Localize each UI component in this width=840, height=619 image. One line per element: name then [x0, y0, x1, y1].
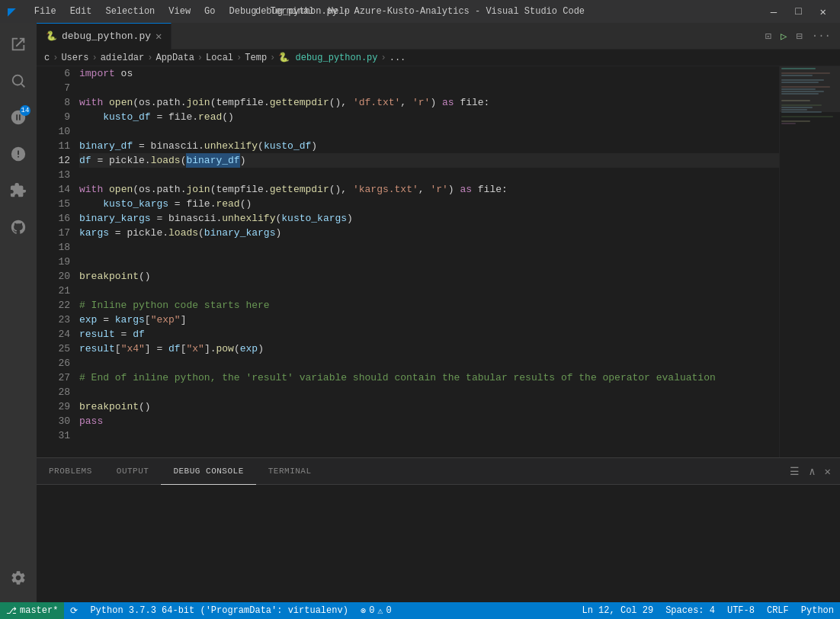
error-icon: ⊗	[361, 605, 366, 617]
code-editor[interactable]: 6 7 8 9 10 11 12 13 14 15 16 17 18 19 20…	[37, 66, 840, 457]
ln-15: 15	[37, 197, 70, 211]
spaces-label: Spaces: 4	[665, 605, 715, 616]
ln-col-label: Ln 12, Col 29	[582, 605, 654, 616]
status-branch[interactable]: ⎇ master*	[0, 602, 64, 619]
breadcrumb-c[interactable]: c	[44, 53, 50, 63]
code-text[interactable]: import os with open(os.path.join(tempfil…	[76, 66, 779, 457]
panel-tab-terminal[interactable]: TERMINAL	[256, 458, 324, 485]
code-line-29: breakpoint()	[79, 399, 779, 414]
editor-tab-debug-python[interactable]: 🐍 debug_python.py ✕	[37, 23, 172, 50]
split-editor-button[interactable]: ⊡	[761, 28, 774, 44]
activity-search-icon[interactable]	[0, 63, 37, 99]
breadcrumb-adieldar[interactable]: adieldar	[101, 53, 145, 63]
status-spaces[interactable]: Spaces: 4	[659, 602, 721, 619]
ln-16: 16	[37, 211, 70, 226]
code-line-10	[79, 124, 779, 139]
menu-go[interactable]: Go	[198, 5, 221, 18]
maximize-button[interactable]: □	[789, 5, 807, 18]
panel-tab-output[interactable]: OUTPUT	[104, 458, 162, 485]
code-line-11: binary_df = binascii.unhexlify(kusto_df)	[79, 139, 779, 153]
tab-actions: ⊡ ▷ ⊟ ···	[761, 28, 840, 44]
run-button[interactable]: ▷	[777, 28, 790, 44]
ln-24: 24	[37, 327, 70, 342]
tab-bar: 🐍 debug_python.py ✕ ⊡ ▷ ⊟ ···	[37, 23, 840, 50]
status-sync[interactable]: ⟳	[64, 602, 84, 619]
status-ln-col[interactable]: Ln 12, Col 29	[576, 602, 660, 619]
status-encoding[interactable]: UTF-8	[721, 602, 761, 619]
breadcrumb: c › Users › adieldar › AppData › Local ›…	[37, 50, 840, 66]
main-layout: 14 🐍 debug_python.py ✕ ⊡ ▷ ⊟	[0, 23, 840, 602]
ln-25: 25	[37, 342, 70, 356]
breadcrumb-local[interactable]: Local	[206, 53, 233, 63]
panel-up-button[interactable]: ∧	[806, 463, 818, 479]
window-title: debug_python.py - Azure-Kusto-Analytics …	[255, 6, 585, 17]
error-count: 0	[369, 605, 374, 616]
activity-extensions-icon[interactable]	[0, 172, 37, 209]
ln-21: 21	[37, 284, 70, 298]
ln-29: 29	[37, 399, 70, 414]
activity-git-icon[interactable]: 14	[0, 99, 37, 136]
breadcrumb-appdata[interactable]: AppData	[155, 53, 194, 63]
activity-bar: 14	[0, 23, 37, 602]
status-line-ending[interactable]: CRLF	[761, 602, 795, 619]
bottom-panel: PROBLEMS OUTPUT DEBUG CONSOLE TERMINAL ☰…	[37, 457, 840, 602]
debug-console-content[interactable]	[37, 485, 840, 602]
status-errors[interactable]: ⊗ 0 ⚠ 0	[354, 602, 398, 619]
layout-button[interactable]: ⊟	[793, 28, 805, 44]
code-line-14: with open(os.path.join(tempfile.gettempd…	[79, 182, 779, 197]
title-bar: ◤ File Edit Selection View Go Debug Term…	[0, 0, 840, 23]
breadcrumb-temp[interactable]: Temp	[245, 53, 267, 63]
ln-10: 10	[37, 124, 70, 139]
menu-selection[interactable]: Selection	[99, 5, 161, 18]
code-line-27: # End of inline python, the 'result' var…	[79, 370, 779, 385]
menu-view[interactable]: View	[162, 5, 197, 18]
status-python[interactable]: Python 3.7.3 64-bit ('ProgramData': virt…	[84, 602, 354, 619]
tab-close-button[interactable]: ✕	[155, 30, 162, 43]
ln-22: 22	[37, 298, 70, 313]
ln-6: 6	[37, 66, 70, 81]
ln-23: 23	[37, 313, 70, 327]
code-line-28	[79, 385, 779, 399]
ln-20: 20	[37, 269, 70, 284]
ln-13: 13	[37, 168, 70, 182]
status-language[interactable]: Python	[795, 602, 840, 619]
ln-12: 12	[37, 153, 70, 168]
code-line-24: result = df	[79, 327, 779, 342]
ln-7: 7	[37, 81, 70, 95]
ln-27: 27	[37, 370, 70, 385]
panel-tab-problems[interactable]: PROBLEMS	[37, 458, 104, 485]
breadcrumb-file[interactable]: 🐍 debug_python.py	[278, 52, 377, 63]
code-line-15: kusto_kargs = file.read()	[79, 197, 779, 211]
menu-file[interactable]: File	[28, 5, 63, 18]
panel-tab-bar: PROBLEMS OUTPUT DEBUG CONSOLE TERMINAL ☰…	[37, 458, 840, 485]
activity-debug-icon[interactable]	[0, 136, 37, 172]
editor-area: 🐍 debug_python.py ✕ ⊡ ▷ ⊟ ··· c › Users …	[37, 23, 840, 602]
ln-26: 26	[37, 356, 70, 370]
ln-11: 11	[37, 139, 70, 153]
warning-icon: ⚠	[377, 605, 383, 617]
line-numbers: 6 7 8 9 10 11 12 13 14 15 16 17 18 19 20…	[37, 66, 76, 457]
close-button[interactable]: ✕	[814, 5, 832, 18]
activity-github-icon[interactable]	[0, 209, 37, 245]
status-bar: ⎇ master* ⟳ Python 3.7.3 64-bit ('Progra…	[0, 602, 840, 619]
python-file-icon: 🐍	[46, 30, 57, 42]
minimap	[779, 66, 840, 457]
warning-count: 0	[386, 605, 392, 616]
git-branch-icon: ⎇	[6, 605, 17, 617]
panel-filter-button[interactable]: ☰	[787, 463, 803, 479]
panel-tab-debug-console[interactable]: DEBUG CONSOLE	[161, 458, 255, 485]
language-label: Python	[801, 605, 834, 616]
ln-28: 28	[37, 385, 70, 399]
more-actions-button[interactable]: ···	[809, 28, 834, 43]
code-line-21	[79, 284, 779, 298]
minimize-button[interactable]: ‒	[765, 5, 783, 18]
breadcrumb-users[interactable]: Users	[61, 53, 88, 63]
activity-settings-icon[interactable]	[0, 560, 37, 596]
code-line-16: binary_kargs = binascii.unhexlify(kusto_…	[79, 211, 779, 226]
svg-line-1	[21, 84, 24, 87]
panel-close-button[interactable]: ✕	[822, 463, 834, 479]
menu-edit[interactable]: Edit	[64, 5, 98, 18]
activity-explorer-icon[interactable]	[0, 26, 37, 63]
breadcrumb-ellipsis[interactable]: ...	[390, 53, 406, 63]
ln-14: 14	[37, 182, 70, 197]
